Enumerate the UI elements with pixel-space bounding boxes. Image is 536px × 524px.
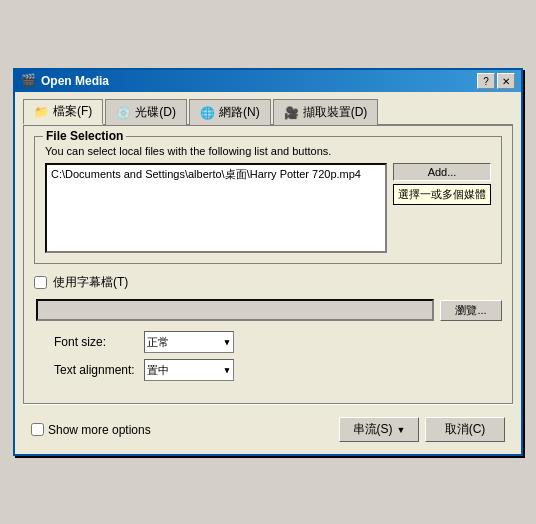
tab-network-icon: 🌐 — [200, 106, 215, 120]
tab-capture-label: 擷取裝置(D) — [303, 104, 368, 121]
file-buttons: Add... 選擇一或多個媒體 — [393, 163, 491, 205]
bottom-bar: Show more options 串流(S) ▼ 取消(C) — [23, 411, 513, 446]
tab-capture[interactable]: 🎥 擷取裝置(D) — [273, 99, 379, 125]
tab-network[interactable]: 🌐 網路(N) — [189, 99, 271, 125]
browse-row: 瀏覽... — [34, 299, 502, 321]
separator — [23, 404, 513, 405]
tab-file-icon: 📁 — [34, 105, 49, 119]
font-size-select-wrapper: 正常 小 大 ▼ — [144, 331, 234, 353]
text-alignment-select-wrapper: 置中 左 右 ▼ — [144, 359, 234, 381]
stream-button[interactable]: 串流(S) ▼ — [339, 417, 419, 442]
add-button[interactable]: Add... — [393, 163, 491, 181]
title-buttons: ? ✕ — [477, 73, 515, 89]
bottom-buttons: 串流(S) ▼ 取消(C) — [339, 417, 505, 442]
cancel-button[interactable]: 取消(C) — [425, 417, 505, 442]
subtitle-section: 使用字幕檔(T) 瀏覽... Font size: 正常 小 大 ▼ — [34, 274, 502, 393]
file-listbox[interactable]: C:\Documents and Settings\alberto\桌面\Har… — [45, 163, 387, 253]
font-size-select[interactable]: 正常 小 大 — [144, 331, 234, 353]
content-area: File Selection You can select local file… — [23, 126, 513, 404]
subtitle-checkbox[interactable] — [34, 276, 47, 289]
subtitle-checkbox-label: 使用字幕檔(T) — [53, 274, 128, 291]
tooltip-text: 選擇一或多個媒體 — [398, 188, 486, 200]
font-size-row: Font size: 正常 小 大 ▼ — [34, 331, 502, 353]
tab-file-label: 檔案(F) — [53, 103, 92, 120]
show-more-label: Show more options — [48, 423, 151, 437]
show-more-row: Show more options — [31, 423, 151, 437]
browse-button[interactable]: 瀏覽... — [440, 300, 502, 321]
file-selection-description: You can select local files with the foll… — [45, 145, 491, 157]
open-media-window: 🎬 Open Media ? ✕ 📁 檔案(F) 💿 光碟(D) 🌐 網路(N) — [13, 68, 523, 456]
tab-capture-icon: 🎥 — [284, 106, 299, 120]
text-alignment-row: Text alignment: 置中 左 右 ▼ — [34, 359, 502, 381]
title-bar-left: 🎬 Open Media — [21, 73, 109, 89]
tooltip-box: 選擇一或多個媒體 — [393, 184, 491, 205]
text-alignment-select[interactable]: 置中 左 右 — [144, 359, 234, 381]
subtitle-checkbox-row: 使用字幕檔(T) — [34, 274, 502, 291]
tab-disc-label: 光碟(D) — [135, 104, 176, 121]
file-list-row: C:\Documents and Settings\alberto\桌面\Har… — [45, 163, 491, 253]
file-selection-group: File Selection You can select local file… — [34, 136, 502, 264]
title-bar: 🎬 Open Media ? ✕ — [15, 70, 521, 92]
show-more-checkbox[interactable] — [31, 423, 44, 436]
stream-dropdown-arrow: ▼ — [397, 425, 406, 435]
window-body: 📁 檔案(F) 💿 光碟(D) 🌐 網路(N) 🎥 擷取裝置(D) File S… — [15, 92, 521, 454]
browse-input[interactable] — [36, 299, 434, 321]
help-button[interactable]: ? — [477, 73, 495, 89]
font-size-label: Font size: — [54, 335, 144, 349]
tab-bar: 📁 檔案(F) 💿 光碟(D) 🌐 網路(N) 🎥 擷取裝置(D) — [23, 98, 513, 126]
close-button[interactable]: ✕ — [497, 73, 515, 89]
file-selection-title: File Selection — [43, 129, 126, 143]
tab-file[interactable]: 📁 檔案(F) — [23, 99, 103, 125]
text-alignment-label: Text alignment: — [54, 363, 144, 377]
window-title: Open Media — [41, 74, 109, 88]
tab-network-label: 網路(N) — [219, 104, 260, 121]
app-icon: 🎬 — [21, 73, 37, 89]
file-listbox-item: C:\Documents and Settings\alberto\桌面\Har… — [51, 167, 381, 182]
tab-disc-icon: 💿 — [116, 106, 131, 120]
tab-disc[interactable]: 💿 光碟(D) — [105, 99, 187, 125]
